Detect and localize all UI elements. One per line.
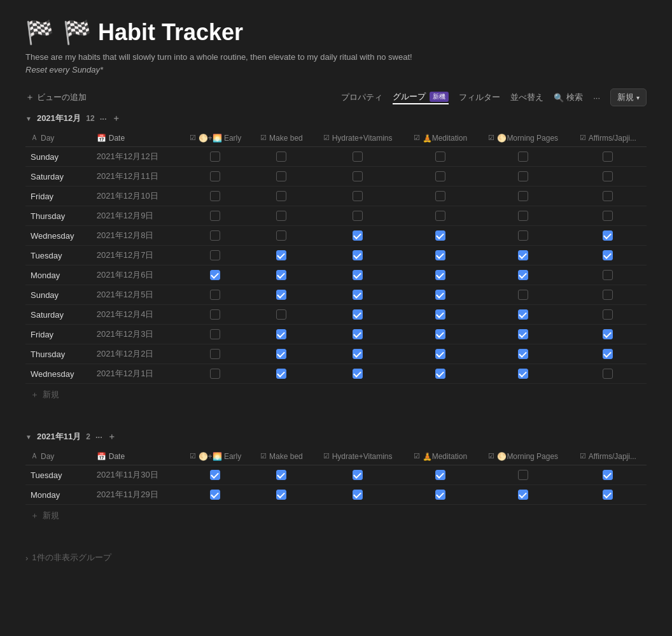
checkbox-hydrate-0-1[interactable]: [353, 171, 363, 181]
checkbox-meditation-0-7[interactable]: [435, 290, 445, 300]
cell-bed-0-7[interactable]: [251, 285, 312, 305]
checkbox-early-1-1[interactable]: [210, 490, 220, 500]
checkbox-bed-0-2[interactable]: [276, 191, 286, 201]
cell-affirms-0-11[interactable]: [570, 364, 647, 384]
hidden-groups[interactable]: › 1件の非表示グループ: [25, 552, 647, 563]
checkbox-morning-0-9[interactable]: [518, 329, 528, 339]
section-add-dec2021[interactable]: ＋: [112, 113, 120, 124]
cell-morning-1-1[interactable]: [477, 485, 570, 505]
checkbox-hydrate-0-0[interactable]: [353, 152, 363, 162]
checkbox-hydrate-1-0[interactable]: [353, 470, 363, 480]
checkbox-meditation-1-1[interactable]: [435, 490, 445, 500]
checkbox-meditation-1-0[interactable]: [435, 470, 445, 480]
cell-early-0-11[interactable]: [179, 364, 251, 384]
cell-hydrate-0-0[interactable]: [312, 147, 403, 167]
checkbox-hydrate-0-9[interactable]: [353, 329, 363, 339]
checkbox-affirms-1-1[interactable]: [603, 490, 613, 500]
add-row-nov2021[interactable]: ＋ 新規: [25, 505, 647, 526]
cell-bed-0-2[interactable]: [251, 187, 312, 206]
checkbox-affirms-0-4[interactable]: [603, 230, 613, 241]
cell-bed-0-11[interactable]: [251, 364, 312, 384]
checkbox-affirms-0-3[interactable]: [603, 211, 613, 221]
section-dots-dec2021[interactable]: ···: [100, 114, 107, 124]
cell-bed-0-9[interactable]: [251, 325, 312, 344]
checkbox-morning-0-6[interactable]: [518, 270, 528, 280]
checkbox-bed-0-3[interactable]: [276, 211, 286, 221]
cell-meditation-0-10[interactable]: [403, 344, 477, 364]
cell-morning-0-2[interactable]: [477, 187, 570, 206]
cell-affirms-0-1[interactable]: [570, 167, 647, 187]
cell-morning-0-11[interactable]: [477, 364, 570, 384]
cell-affirms-0-6[interactable]: [570, 265, 647, 285]
cell-early-0-9[interactable]: [179, 325, 251, 344]
cell-early-0-1[interactable]: [179, 167, 251, 187]
checkbox-bed-0-5[interactable]: [276, 250, 286, 260]
add-row-dec2021[interactable]: ＋ 新規: [25, 384, 647, 406]
checkbox-morning-0-4[interactable]: [518, 230, 528, 241]
checkbox-affirms-0-8[interactable]: [603, 309, 613, 320]
section-toggle-nov2021[interactable]: ▼: [25, 434, 32, 441]
checkbox-meditation-0-9[interactable]: [435, 329, 445, 339]
cell-hydrate-0-10[interactable]: [312, 344, 403, 364]
cell-early-0-2[interactable]: [179, 187, 251, 206]
checkbox-hydrate-0-2[interactable]: [353, 191, 363, 201]
cell-early-0-10[interactable]: [179, 344, 251, 364]
checkbox-affirms-0-10[interactable]: [603, 349, 613, 359]
cell-meditation-1-0[interactable]: [403, 465, 477, 485]
cell-bed-0-8[interactable]: [251, 305, 312, 325]
checkbox-hydrate-0-10[interactable]: [353, 349, 363, 359]
checkbox-bed-0-11[interactable]: [276, 369, 286, 379]
checkbox-hydrate-0-6[interactable]: [353, 270, 363, 280]
checkbox-morning-1-0[interactable]: [518, 470, 528, 480]
checkbox-meditation-0-0[interactable]: [435, 152, 445, 162]
cell-meditation-0-6[interactable]: [403, 265, 477, 285]
checkbox-affirms-1-0[interactable]: [603, 470, 613, 480]
filter-button[interactable]: フィルター: [459, 92, 500, 103]
cell-meditation-0-0[interactable]: [403, 147, 477, 167]
checkbox-early-0-2[interactable]: [210, 191, 220, 201]
cell-meditation-0-1[interactable]: [403, 167, 477, 187]
cell-bed-1-0[interactable]: [251, 465, 312, 485]
checkbox-bed-0-7[interactable]: [276, 290, 286, 300]
checkbox-meditation-0-2[interactable]: [435, 191, 445, 201]
checkbox-early-0-5[interactable]: [210, 250, 220, 260]
checkbox-morning-0-2[interactable]: [518, 191, 528, 201]
cell-hydrate-1-1[interactable]: [312, 485, 403, 505]
cell-hydrate-0-6[interactable]: [312, 265, 403, 285]
section-add-nov2021[interactable]: ＋: [108, 431, 116, 442]
checkbox-morning-0-7[interactable]: [518, 290, 528, 300]
checkbox-morning-0-11[interactable]: [518, 369, 528, 379]
cell-morning-0-6[interactable]: [477, 265, 570, 285]
search-button[interactable]: 🔍 検索: [554, 92, 583, 103]
checkbox-bed-0-0[interactable]: [276, 152, 286, 162]
checkbox-early-0-1[interactable]: [210, 171, 220, 181]
cell-morning-0-10[interactable]: [477, 344, 570, 364]
checkbox-meditation-0-4[interactable]: [435, 230, 445, 241]
cell-bed-1-1[interactable]: [251, 485, 312, 505]
checkbox-bed-0-4[interactable]: [276, 230, 286, 241]
cell-affirms-0-0[interactable]: [570, 147, 647, 167]
cell-meditation-0-8[interactable]: [403, 305, 477, 325]
checkbox-affirms-0-0[interactable]: [603, 152, 613, 162]
checkbox-morning-0-8[interactable]: [518, 309, 528, 320]
cell-morning-0-0[interactable]: [477, 147, 570, 167]
checkbox-affirms-0-6[interactable]: [603, 270, 613, 280]
cell-meditation-0-2[interactable]: [403, 187, 477, 206]
cell-hydrate-0-11[interactable]: [312, 364, 403, 384]
cell-morning-0-8[interactable]: [477, 305, 570, 325]
checkbox-early-1-0[interactable]: [210, 470, 220, 480]
add-view-button[interactable]: ＋ ビューの追加: [25, 92, 87, 103]
cell-early-0-7[interactable]: [179, 285, 251, 305]
cell-affirms-0-9[interactable]: [570, 325, 647, 344]
cell-morning-1-0[interactable]: [477, 465, 570, 485]
checkbox-bed-1-0[interactable]: [276, 470, 286, 480]
checkbox-affirms-0-7[interactable]: [603, 290, 613, 300]
sort-button[interactable]: 並べ替え: [510, 92, 543, 103]
checkbox-morning-0-1[interactable]: [518, 171, 528, 181]
checkbox-morning-0-5[interactable]: [518, 250, 528, 260]
cell-bed-0-1[interactable]: [251, 167, 312, 187]
checkbox-hydrate-0-4[interactable]: [353, 230, 363, 241]
checkbox-early-0-3[interactable]: [210, 211, 220, 221]
checkbox-affirms-0-1[interactable]: [603, 171, 613, 181]
checkbox-morning-0-10[interactable]: [518, 349, 528, 359]
